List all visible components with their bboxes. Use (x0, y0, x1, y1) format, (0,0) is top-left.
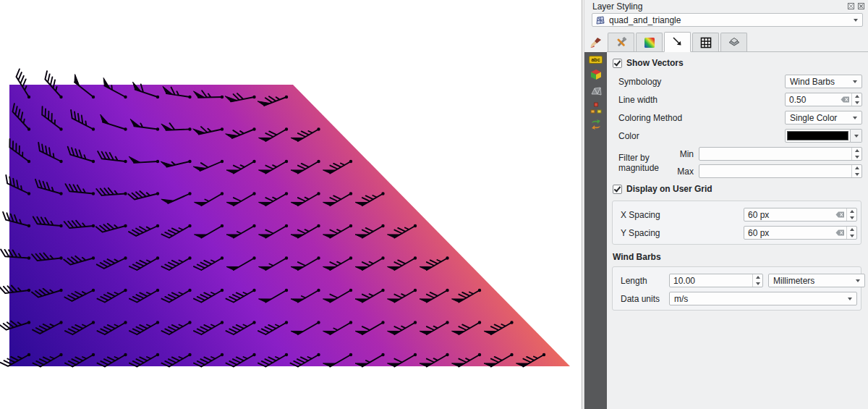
wrench-hammer-icon (616, 37, 627, 49)
qgis-window: Layer Styling quad_and_triangle (0, 0, 868, 409)
chevron-down-icon (853, 80, 857, 83)
barb-length-value: 10.00 (670, 274, 752, 287)
clear-field-icon[interactable] (834, 208, 846, 221)
close-panel-icon[interactable] (857, 2, 865, 10)
x-spacing-row: X Spacing 60 px (621, 208, 857, 222)
filter-max-spinbox[interactable] (699, 164, 862, 178)
layer-name: quad_and_triangle (609, 15, 850, 25)
tab-vectors[interactable] (664, 32, 691, 52)
show-vectors-row: Show Vectors (613, 58, 862, 68)
y-spacing-label: Y Spacing (621, 228, 744, 238)
filter-max-label: Max (675, 166, 695, 177)
spin-down-button[interactable] (847, 215, 856, 222)
filter-min-label: Min (675, 149, 695, 159)
tab-contours-colors[interactable] (636, 33, 663, 51)
panel-title: Layer Styling (592, 1, 642, 12)
spin-up-button[interactable] (847, 208, 856, 215)
chevron-down-icon (856, 279, 860, 282)
x-spacing-spinbox[interactable]: 60 px (744, 208, 857, 222)
labels-abc-icon[interactable]: abc (589, 56, 602, 64)
tab-settings[interactable] (608, 33, 634, 51)
filter-min-spinbox[interactable] (699, 147, 862, 161)
history-arrows-icon[interactable] (590, 119, 602, 130)
barb-length-row: Length 10.00 Millimeters (621, 274, 857, 287)
x-spacing-value: 60 px (744, 208, 834, 221)
spin-down-button[interactable] (852, 100, 861, 106)
filter-min-value (699, 148, 851, 160)
data-units-value: m/s (674, 294, 845, 304)
line-width-label: Line width (618, 95, 785, 105)
panel-titlebar: Layer Styling (584, 0, 868, 11)
display-user-grid-checkbox[interactable] (613, 185, 622, 194)
coloring-method-select[interactable]: Single Color (785, 111, 862, 125)
vector-arrow-icon (672, 36, 684, 48)
vector-settings-form: Show Vectors Symbology Wind Barbs Line w… (607, 52, 868, 409)
3d-view-cube-icon[interactable] (590, 69, 602, 80)
color-button[interactable] (785, 129, 851, 143)
y-spacing-spinbox[interactable]: 60 px (744, 226, 857, 240)
layers-diamond-icon (728, 37, 740, 49)
spin-up-button[interactable] (852, 93, 861, 100)
color-row: Color (618, 129, 862, 143)
line-width-value: 0.50 (786, 93, 839, 106)
check-icon (614, 185, 621, 192)
color-label: Color (618, 131, 785, 141)
tab-mesh-frame[interactable] (692, 33, 719, 51)
tab-rendering[interactable] (720, 33, 747, 51)
map-canvas[interactable] (0, 0, 582, 409)
spin-up-button[interactable] (852, 165, 861, 172)
display-user-grid-row: Display on User Grid (613, 184, 862, 194)
color-dropdown-button[interactable] (851, 129, 862, 143)
filter-by-magnitude-block: Filter by magnitude Min Max (618, 147, 862, 178)
x-spacing-label: X Spacing (621, 210, 744, 220)
barb-length-unit: Millimeters (773, 276, 853, 286)
spin-up-button[interactable] (847, 227, 856, 233)
filter-max-value (699, 165, 851, 177)
grid-icon (700, 37, 712, 49)
data-units-row: Data units m/s (621, 292, 857, 305)
symbology-value: Wind Barbs (790, 77, 850, 87)
data-units-label: Data units (621, 294, 664, 304)
line-width-spinbox[interactable]: 0.50 (785, 93, 862, 106)
chevron-down-icon (854, 135, 859, 138)
data-units-select[interactable]: m/s (669, 292, 857, 305)
mesh-layer-render (0, 0, 582, 409)
coloring-method-label: Coloring Method (618, 113, 785, 123)
color-gradient-icon (644, 37, 655, 49)
show-vectors-label: Show Vectors (626, 58, 684, 68)
symbology-label: Symbology (618, 77, 785, 87)
filter-label: Filter by magnitude (618, 153, 671, 173)
styling-tabbar (584, 32, 868, 52)
wind-barbs-groupbox: Length 10.00 Millimeters (612, 266, 861, 311)
color-swatch (787, 131, 848, 140)
spin-down-button[interactable] (753, 281, 762, 287)
barb-length-spinbox[interactable]: 10.00 (669, 274, 763, 287)
clear-field-icon[interactable] (839, 93, 851, 106)
clear-field-icon[interactable] (834, 227, 846, 239)
layer-styling-panel: Layer Styling quad_and_triangle (584, 0, 868, 409)
y-spacing-row: Y Spacing 60 px (621, 226, 857, 240)
spin-up-button[interactable] (753, 274, 762, 281)
check-icon (614, 59, 621, 66)
symbology-select[interactable]: Wind Barbs (785, 75, 862, 88)
wind-barbs-section-label: Wind Barbs (613, 252, 862, 262)
barb-length-unit-select[interactable]: Millimeters (768, 274, 865, 287)
chevron-down-icon (854, 19, 858, 22)
spin-down-button[interactable] (852, 154, 861, 161)
barb-length-label: Length (621, 276, 664, 286)
mesh-layer-icon (595, 15, 605, 25)
spin-up-button[interactable] (852, 148, 861, 154)
float-panel-icon[interactable] (847, 2, 855, 10)
spin-down-button[interactable] (852, 172, 861, 178)
y-spacing-value: 60 px (744, 227, 834, 239)
layer-selector[interactable]: quad_and_triangle (592, 13, 863, 27)
mesh-gray-icon[interactable] (590, 85, 602, 97)
user-grid-groupbox: X Spacing 60 px (612, 201, 861, 245)
symbology-row: Symbology Wind Barbs (618, 75, 862, 88)
diagram-icon[interactable] (590, 102, 602, 114)
spin-down-button[interactable] (847, 233, 856, 240)
show-vectors-checkbox[interactable] (613, 59, 622, 68)
coloring-method-value: Single Color (790, 113, 850, 123)
panel-side-tabbar: abc (584, 52, 607, 409)
symbology-brush-icon[interactable] (590, 37, 602, 49)
